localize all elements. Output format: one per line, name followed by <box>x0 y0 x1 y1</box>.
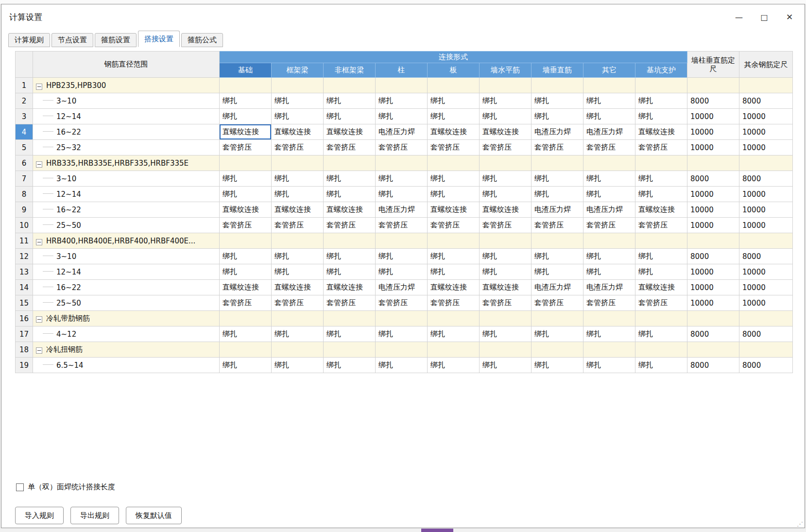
data-row[interactable]: 1025~50套管挤压套管挤压套管挤压套管挤压套管挤压套管挤压套管挤压套管挤压套… <box>16 218 793 233</box>
connection-cell[interactable]: 绑扎 <box>635 187 687 202</box>
other-length-cell[interactable]: 10000 <box>739 187 793 202</box>
export-rules-button[interactable]: 导出规则 <box>70 507 119 524</box>
group-row[interactable]: 11−HRB400,HRB400E,HRBF400,HRBF400E... <box>16 233 793 249</box>
connection-cell[interactable]: 绑扎 <box>220 187 272 202</box>
other-length-cell[interactable]: 10000 <box>739 295 793 311</box>
connection-cell[interactable]: 绑扎 <box>583 326 635 342</box>
connection-cell[interactable]: 绑扎 <box>220 358 272 373</box>
data-row[interactable]: 312~14绑扎绑扎绑扎绑扎绑扎绑扎绑扎绑扎绑扎1000010000 <box>16 109 793 124</box>
connection-cell[interactable]: 直螺纹连接 <box>635 202 687 218</box>
row-number[interactable]: 14 <box>16 280 33 295</box>
other-length-cell[interactable]: 10000 <box>739 109 793 124</box>
other-length-cell[interactable]: 8000 <box>739 326 793 342</box>
diameter-range-cell[interactable]: 16~22 <box>33 124 220 140</box>
wall-column-length-cell[interactable]: 8000 <box>687 93 739 109</box>
connection-cell[interactable]: 绑扎 <box>220 93 272 109</box>
connection-cell[interactable]: 套管挤压 <box>272 295 324 311</box>
connection-cell[interactable]: 绑扎 <box>480 171 532 187</box>
collapse-icon[interactable]: − <box>36 316 42 323</box>
diameter-range-cell[interactable]: 3~10 <box>33 93 220 109</box>
row-number[interactable]: 15 <box>16 295 33 311</box>
connection-cell[interactable]: 套管挤压 <box>480 295 532 311</box>
connection-cell[interactable]: 电渣压力焊 <box>532 124 583 140</box>
wall-column-length-cell[interactable]: 10000 <box>687 124 739 140</box>
wall-column-length-cell[interactable]: 8000 <box>687 326 739 342</box>
connection-cell[interactable]: 直螺纹连接 <box>480 202 532 218</box>
connection-cell[interactable]: 绑扎 <box>376 93 428 109</box>
connection-cell[interactable]: 套管挤压 <box>635 295 687 311</box>
col-header-diameter-range[interactable]: 钢筋直径范围 <box>33 51 220 78</box>
connection-cell[interactable]: 直螺纹连接 <box>635 124 687 140</box>
connection-cell[interactable]: 直螺纹连接 <box>428 202 480 218</box>
col-header-frame-beam[interactable]: 框架梁 <box>272 63 324 78</box>
connection-cell[interactable]: 套管挤压 <box>532 295 583 311</box>
connection-cell[interactable]: 绑扎 <box>220 249 272 264</box>
other-length-cell[interactable]: 10000 <box>739 280 793 295</box>
connection-cell[interactable]: 绑扎 <box>428 264 480 280</box>
connection-cell[interactable]: 绑扎 <box>324 93 376 109</box>
connection-cell[interactable]: 套管挤压 <box>583 140 635 155</box>
connection-cell[interactable]: 电渣压力焊 <box>376 124 428 140</box>
connection-cell[interactable]: 绑扎 <box>272 187 324 202</box>
connection-cell[interactable]: 套管挤压 <box>324 218 376 233</box>
diameter-range-cell[interactable]: 12~14 <box>33 264 220 280</box>
connection-cell[interactable]: 套管挤压 <box>480 140 532 155</box>
wall-column-length-cell[interactable]: 8000 <box>687 358 739 373</box>
connection-cell[interactable]: 电渣压力焊 <box>376 202 428 218</box>
group-row[interactable]: 1−HPB235,HPB300 <box>16 78 793 93</box>
connection-cell[interactable]: 直螺纹连接 <box>635 280 687 295</box>
data-row[interactable]: 525~32套管挤压套管挤压套管挤压套管挤压套管挤压套管挤压套管挤压套管挤压套管… <box>16 140 793 155</box>
tab-node-settings[interactable]: 节点设置 <box>51 33 93 47</box>
row-number[interactable]: 17 <box>16 326 33 342</box>
connection-cell[interactable]: 套管挤压 <box>220 218 272 233</box>
connection-cell[interactable]: 绑扎 <box>583 171 635 187</box>
tab-lap-settings[interactable]: 搭接设置 <box>138 31 180 47</box>
connection-cell[interactable]: 绑扎 <box>272 358 324 373</box>
other-length-cell[interactable]: 10000 <box>739 202 793 218</box>
connection-cell[interactable]: 绑扎 <box>428 249 480 264</box>
connection-cell[interactable]: 绑扎 <box>324 109 376 124</box>
connection-cell[interactable]: 绑扎 <box>428 93 480 109</box>
connection-cell[interactable]: 绑扎 <box>272 249 324 264</box>
connection-cell[interactable]: 直螺纹连接 <box>480 124 532 140</box>
connection-cell[interactable]: 套管挤压 <box>324 295 376 311</box>
other-length-cell[interactable]: 8000 <box>739 93 793 109</box>
row-number[interactable]: 16 <box>16 311 33 326</box>
diameter-range-cell[interactable]: 6.5~14 <box>33 358 220 373</box>
row-number[interactable]: 2 <box>16 93 33 109</box>
row-number[interactable]: 19 <box>16 358 33 373</box>
other-length-cell[interactable]: 10000 <box>739 140 793 155</box>
connection-cell[interactable]: 绑扎 <box>220 264 272 280</box>
diameter-range-cell[interactable]: 16~22 <box>33 280 220 295</box>
connection-cell[interactable]: 直螺纹连接 <box>324 202 376 218</box>
connection-cell[interactable]: 套管挤压 <box>272 140 324 155</box>
connection-cell[interactable]: 绑扎 <box>272 326 324 342</box>
wall-column-length-cell[interactable]: 8000 <box>687 171 739 187</box>
col-header-column[interactable]: 柱 <box>376 63 428 78</box>
diameter-range-cell[interactable]: 16~22 <box>33 202 220 218</box>
connection-cell[interactable]: 绑扎 <box>272 264 324 280</box>
import-rules-button[interactable]: 导入规则 <box>15 507 64 524</box>
connection-cell[interactable]: 绑扎 <box>324 171 376 187</box>
row-number[interactable]: 12 <box>16 249 33 264</box>
connection-cell[interactable]: 绑扎 <box>428 187 480 202</box>
group-label-cell[interactable]: −冷轧扭钢筋 <box>33 342 220 358</box>
connection-cell[interactable]: 绑扎 <box>480 326 532 342</box>
group-label-cell[interactable]: −HRB335,HRB335E,HRBF335,HRBF335E <box>33 155 220 171</box>
connection-cell[interactable]: 直螺纹连接 <box>480 280 532 295</box>
connection-cell[interactable]: 直螺纹连接 <box>324 124 376 140</box>
connection-cell[interactable]: 套管挤压 <box>376 140 428 155</box>
connection-cell[interactable]: 绑扎 <box>376 326 428 342</box>
connection-cell[interactable]: 绑扎 <box>635 264 687 280</box>
diameter-range-cell[interactable]: 3~10 <box>33 249 220 264</box>
connection-cell[interactable]: 套管挤压 <box>532 140 583 155</box>
wall-column-length-cell[interactable]: 10000 <box>687 109 739 124</box>
diameter-range-cell[interactable]: 25~50 <box>33 218 220 233</box>
connection-cell[interactable]: 绑扎 <box>272 93 324 109</box>
row-number[interactable]: 5 <box>16 140 33 155</box>
connection-cell[interactable]: 绑扎 <box>532 249 583 264</box>
connection-cell[interactable]: 绑扎 <box>480 93 532 109</box>
connection-cell[interactable]: 直螺纹连接 <box>272 280 324 295</box>
connection-cell[interactable]: 绑扎 <box>583 93 635 109</box>
connection-cell[interactable]: 套管挤压 <box>428 218 480 233</box>
